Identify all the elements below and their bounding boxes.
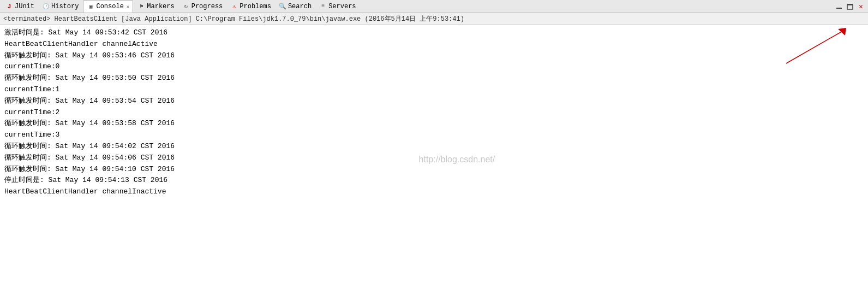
tab-console-close[interactable]: ✕ [127, 4, 129, 10]
tab-search-label: Search [288, 3, 312, 10]
console-line: currentTime:2 [4, 107, 864, 119]
history-icon: 🕐 [42, 3, 50, 10]
search-icon: 🔍 [279, 3, 286, 10]
tab-problems-label: Problems [240, 3, 271, 10]
console-line: 循环触发时间: Sat May 14 09:53:58 CST 2016 [4, 118, 864, 130]
tab-problems[interactable]: ⚠ Problems [227, 1, 274, 13]
tab-junit-label: JUnit [15, 3, 34, 10]
tab-console[interactable]: ▣ Console ✕ [83, 1, 133, 13]
minimize-icon [836, 3, 842, 10]
console-icon: ▣ [87, 3, 94, 10]
maximize-button[interactable] [845, 2, 855, 11]
tab-search[interactable]: 🔍 Search [276, 1, 315, 13]
console-line: 循环触发时间: Sat May 14 09:54:02 CST 2016 [4, 141, 864, 152]
toolbar-right-buttons: ✕ [834, 2, 866, 11]
console-line: 循环触发时间: Sat May 14 09:53:50 CST 2016 [4, 73, 864, 84]
console-line: 循环触发时间: Sat May 14 09:53:54 CST 2016 [4, 96, 864, 107]
console-output[interactable]: 激活时间是: Sat May 14 09:53:42 CST 2016Heart… [0, 25, 868, 294]
console-line: currentTime:3 [4, 130, 864, 141]
close-button[interactable]: ✕ [856, 2, 866, 11]
console-line: 停止时间是: Sat May 14 09:54:13 CST 2016 [4, 175, 864, 186]
tab-progress[interactable]: ↻ Progress [179, 1, 226, 13]
toolbar: J JUnit 🕐 History ▣ Console ✕ ⚑ Markers … [0, 0, 868, 13]
console-line: HeartBeatClientHandler channelActive [4, 39, 864, 50]
status-bar: <terminated> HeartBeatsClient [Java Appl… [0, 13, 868, 25]
tab-markers-label: Markers [147, 3, 174, 10]
tab-servers-label: Servers [328, 3, 356, 10]
tab-markers[interactable]: ⚑ Markers [134, 1, 177, 13]
tab-history-label: History [51, 3, 79, 10]
minimize-button[interactable] [834, 2, 844, 11]
tab-history[interactable]: 🕐 History [39, 1, 82, 13]
servers-icon: ≡ [319, 3, 327, 10]
problems-icon: ⚠ [230, 3, 238, 10]
tab-console-label: Console [96, 3, 123, 10]
console-line: currentTime:1 [4, 84, 864, 96]
svg-rect-1 [847, 5, 853, 9]
maximize-icon [847, 3, 853, 10]
status-text: <terminated> HeartBeatsClient [Java Appl… [3, 14, 464, 23]
console-line: HeartBeatClientHandler channelInactive [4, 186, 864, 198]
progress-icon: ↻ [182, 3, 190, 10]
tab-servers[interactable]: ≡ Servers [316, 1, 359, 13]
console-line: 激活时间是: Sat May 14 09:53:42 CST 2016 [4, 27, 864, 39]
console-line: 循环触发时间: Sat May 14 09:53:46 CST 2016 [4, 50, 864, 62]
markers-icon: ⚑ [137, 3, 145, 10]
tab-junit[interactable]: J JUnit [2, 1, 38, 13]
console-line: 循环触发时间: Sat May 14 09:54:06 CST 2016 [4, 152, 864, 164]
console-lines: 激活时间是: Sat May 14 09:53:42 CST 2016Heart… [4, 27, 864, 198]
junit-icon: J [5, 3, 13, 10]
tab-progress-label: Progress [191, 3, 223, 10]
console-line: currentTime:0 [4, 61, 864, 73]
svg-rect-2 [847, 4, 853, 5]
console-line: 循环触发时间: Sat May 14 09:54:10 CST 2016 [4, 164, 864, 175]
svg-rect-0 [836, 8, 842, 9]
